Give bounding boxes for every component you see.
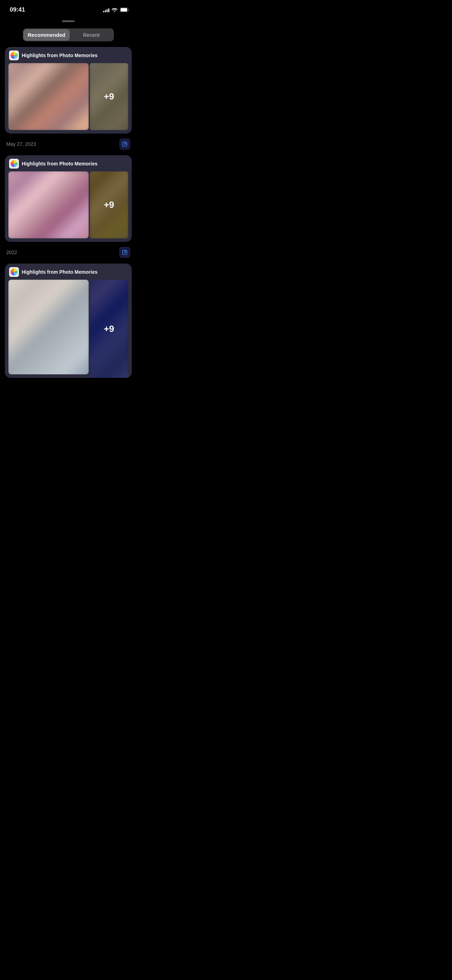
memory-card-2[interactable]: Highlights from Photo Memories +9 bbox=[5, 155, 132, 242]
memory-card-2-date-row: 2022 bbox=[5, 245, 132, 264]
memory-card-3[interactable]: Highlights from Photo Memories +9 bbox=[5, 264, 132, 378]
memory-card-2-date: 2022 bbox=[6, 250, 17, 255]
photos-app-icon-1 bbox=[9, 51, 19, 60]
memory-card-1-date-row: May 27, 2023 bbox=[5, 136, 132, 155]
tab-recommended[interactable]: Recommended bbox=[24, 29, 70, 41]
main-photo-blur-3 bbox=[8, 280, 89, 374]
tab-recent[interactable]: Recent bbox=[70, 29, 113, 41]
memory-card-1-more-count: +9 bbox=[104, 91, 114, 102]
drag-handle-bar bbox=[62, 20, 75, 22]
memory-card-1-images: +9 bbox=[5, 63, 132, 134]
memory-card-1[interactable]: Highlights from Photo Memories +9 bbox=[5, 47, 132, 134]
memory-card-2-side-image: +9 bbox=[90, 172, 128, 238]
status-icons bbox=[103, 7, 130, 12]
battery-icon bbox=[120, 7, 130, 12]
memory-card-1-open-button[interactable] bbox=[119, 138, 131, 150]
memory-card-3-header: Highlights from Photo Memories bbox=[5, 264, 132, 280]
memory-card-1-title: Highlights from Photo Memories bbox=[22, 52, 97, 58]
memory-card-2-main-image bbox=[8, 172, 89, 238]
memory-card-2-open-button[interactable] bbox=[119, 247, 131, 258]
memory-card-1-side-image: +9 bbox=[90, 63, 128, 130]
photos-app-icon-3 bbox=[9, 267, 19, 277]
main-photo-blur-2 bbox=[8, 172, 89, 238]
memory-card-2-more-count: +9 bbox=[104, 199, 114, 210]
memory-card-1-header: Highlights from Photo Memories bbox=[5, 47, 132, 63]
content-area: Highlights from Photo Memories +9 May 27… bbox=[0, 47, 137, 378]
memory-card-3-more-count: +9 bbox=[104, 323, 114, 334]
memory-card-1-date: May 27, 2023 bbox=[6, 141, 36, 147]
segment-control: Recommended Recent bbox=[23, 29, 114, 41]
memory-card-1-main-image bbox=[8, 63, 89, 130]
svg-rect-1 bbox=[121, 8, 127, 11]
photos-app-icon-2 bbox=[9, 159, 19, 169]
main-photo-blur-1 bbox=[8, 63, 89, 130]
memory-card-3-main-image bbox=[8, 280, 89, 374]
memory-card-2-images: +9 bbox=[5, 172, 132, 242]
memory-card-1-more-overlay: +9 bbox=[90, 63, 128, 130]
status-bar: 09:41 bbox=[0, 0, 137, 18]
memory-card-2-header: Highlights from Photo Memories bbox=[5, 155, 132, 172]
memory-card-3-title: Highlights from Photo Memories bbox=[22, 269, 97, 275]
memory-card-3-more-overlay: +9 bbox=[90, 280, 128, 378]
drag-handle[interactable] bbox=[0, 18, 137, 25]
segment-wrapper: Recommended Recent bbox=[0, 25, 137, 47]
memory-card-2-title: Highlights from Photo Memories bbox=[22, 161, 97, 167]
memory-card-2-more-overlay: +9 bbox=[90, 172, 128, 238]
signal-bars-icon bbox=[103, 7, 109, 12]
memory-card-3-images: +9 bbox=[5, 280, 132, 378]
status-time: 09:41 bbox=[10, 6, 25, 13]
memory-card-3-side-image: +9 bbox=[90, 280, 128, 378]
wifi-icon bbox=[111, 7, 118, 12]
